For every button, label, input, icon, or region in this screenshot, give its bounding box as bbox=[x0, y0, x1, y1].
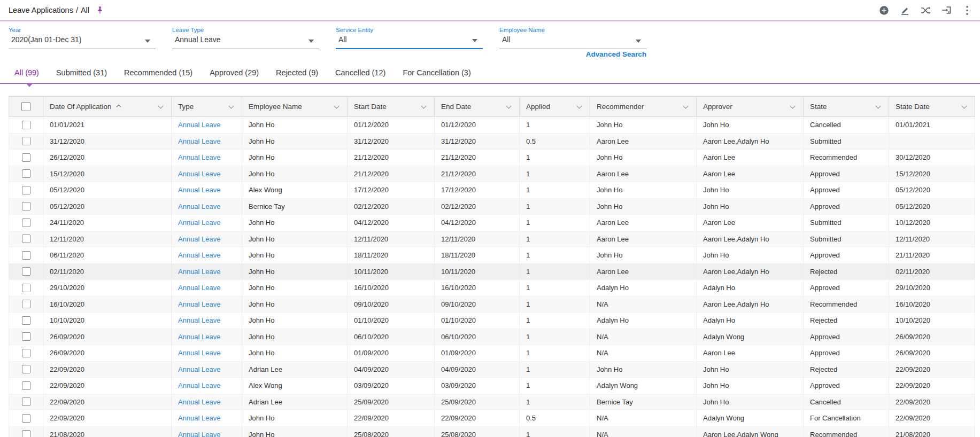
leave-type-link[interactable]: Annual Leave bbox=[178, 333, 221, 341]
tab-approved[interactable]: Approved (29) bbox=[210, 68, 259, 77]
table-row[interactable]: 29/10/2020 Annual Leave John Ho 16/10/20… bbox=[9, 280, 975, 296]
tab-for-cancellation[interactable]: For Cancellation (3) bbox=[403, 68, 470, 77]
leave-type-link[interactable]: Annual Leave bbox=[178, 153, 221, 161]
leave-type-link[interactable]: Annual Leave bbox=[178, 137, 221, 145]
row-checkbox[interactable] bbox=[22, 397, 30, 406]
chevron-down-icon[interactable] bbox=[683, 104, 689, 109]
table-row[interactable]: 22/09/2020 Annual Leave Adrian Lee 04/09… bbox=[9, 361, 975, 378]
row-checkbox[interactable] bbox=[22, 381, 30, 390]
table-row[interactable]: 16/10/2020 Annual Leave John Ho 09/10/20… bbox=[9, 296, 975, 313]
table-row[interactable]: 06/11/2020 Annual Leave John Ho 18/11/20… bbox=[9, 247, 975, 264]
row-checkbox[interactable] bbox=[22, 137, 30, 145]
row-checkbox[interactable] bbox=[22, 186, 30, 194]
table-row[interactable]: 31/12/2020 Annual Leave John Ho 31/12/20… bbox=[9, 133, 975, 150]
shuffle-icon[interactable] bbox=[920, 4, 931, 16]
column-header-employee-name[interactable]: Employee Name bbox=[242, 97, 348, 117]
chevron-down-icon[interactable] bbox=[334, 104, 339, 109]
row-checkbox[interactable] bbox=[22, 300, 30, 308]
chevron-down-icon[interactable] bbox=[962, 104, 967, 109]
leave-type-link[interactable]: Annual Leave bbox=[178, 251, 221, 259]
column-header-end-date[interactable]: End Date bbox=[435, 97, 520, 117]
filter-employee-name[interactable]: Employee Name All bbox=[499, 26, 646, 49]
tab-rejected[interactable]: Rejected (9) bbox=[276, 68, 318, 77]
chevron-down-icon[interactable] bbox=[421, 104, 427, 109]
leave-type-link[interactable]: Annual Leave bbox=[178, 121, 221, 129]
column-header-date-of-application[interactable]: Date Of Application bbox=[43, 97, 172, 117]
leave-type-link[interactable]: Annual Leave bbox=[178, 381, 221, 389]
filter-year[interactable]: Year 2020(Jan 01-Dec 31) bbox=[9, 26, 156, 49]
pin-icon[interactable] bbox=[96, 6, 104, 14]
filter-leave-type[interactable]: Leave Type Annual Leave bbox=[172, 26, 319, 49]
table-row[interactable]: 02/11/2020 Annual Leave John Ho 10/11/20… bbox=[9, 263, 975, 280]
table-row[interactable]: 15/12/2020 Annual Leave John Ho 21/12/20… bbox=[9, 166, 975, 182]
leave-type-link[interactable]: Annual Leave bbox=[178, 365, 221, 373]
tab-cancelled[interactable]: Cancelled (12) bbox=[335, 68, 385, 77]
table-row[interactable]: 05/12/2020 Annual Leave Alex Wong 17/12/… bbox=[9, 182, 975, 199]
chevron-down-icon[interactable] bbox=[876, 104, 881, 109]
chevron-down-icon[interactable] bbox=[308, 40, 314, 43]
column-header-recommender[interactable]: Recommender bbox=[590, 97, 697, 117]
leave-type-link[interactable]: Annual Leave bbox=[178, 268, 221, 276]
breadcrumb-root[interactable]: Leave Applications bbox=[9, 6, 73, 14]
row-checkbox[interactable] bbox=[22, 316, 30, 325]
table-row[interactable]: 22/09/2020 Annual Leave John Ho 22/09/20… bbox=[9, 410, 975, 427]
row-checkbox[interactable] bbox=[22, 349, 30, 357]
table-row[interactable]: 01/01/2021 Annual Leave John Ho 01/12/20… bbox=[9, 117, 975, 134]
row-checkbox[interactable] bbox=[22, 332, 30, 341]
chevron-down-icon[interactable] bbox=[506, 104, 512, 109]
row-checkbox[interactable] bbox=[22, 121, 30, 129]
leave-type-link[interactable]: Annual Leave bbox=[178, 414, 221, 422]
leave-type-link[interactable]: Annual Leave bbox=[178, 316, 221, 324]
chevron-down-icon[interactable] bbox=[577, 104, 582, 109]
tab-submitted[interactable]: Submitted (31) bbox=[56, 68, 107, 77]
row-checkbox[interactable] bbox=[22, 430, 30, 437]
row-checkbox[interactable] bbox=[22, 414, 30, 423]
row-checkbox[interactable] bbox=[22, 365, 30, 373]
leave-type-link[interactable]: Annual Leave bbox=[178, 431, 221, 437]
leave-type-link[interactable]: Annual Leave bbox=[178, 186, 221, 194]
table-row[interactable]: 12/11/2020 Annual Leave John Ho 12/11/20… bbox=[9, 231, 975, 247]
table-row[interactable]: 22/09/2020 Annual Leave Alex Wong 03/09/… bbox=[9, 378, 975, 394]
leave-type-link[interactable]: Annual Leave bbox=[178, 300, 221, 308]
chevron-down-icon[interactable] bbox=[158, 104, 164, 109]
column-header-approver[interactable]: Approver bbox=[697, 97, 804, 117]
row-checkbox[interactable] bbox=[22, 251, 30, 260]
table-row[interactable]: 10/10/2020 Annual Leave John Ho 01/10/20… bbox=[9, 313, 975, 329]
more-options-icon[interactable] bbox=[961, 4, 973, 16]
table-row[interactable]: 21/08/2020 Annual Leave John Ho 25/08/20… bbox=[9, 426, 975, 437]
chevron-down-icon[interactable] bbox=[790, 104, 796, 109]
column-header-state[interactable]: State bbox=[804, 97, 889, 117]
row-checkbox[interactable] bbox=[22, 202, 30, 210]
column-header-type[interactable]: Type bbox=[172, 97, 242, 117]
row-checkbox[interactable] bbox=[22, 153, 30, 162]
chevron-down-icon[interactable] bbox=[229, 104, 234, 109]
row-checkbox[interactable] bbox=[22, 235, 30, 243]
row-checkbox[interactable] bbox=[22, 267, 30, 276]
add-icon[interactable] bbox=[878, 4, 890, 16]
leave-type-link[interactable]: Annual Leave bbox=[178, 349, 221, 357]
column-header-applied[interactable]: Applied bbox=[520, 97, 590, 117]
edit-icon[interactable] bbox=[899, 4, 910, 16]
tab-recommended[interactable]: Recommended (15) bbox=[124, 68, 192, 77]
column-header-state-date[interactable]: State Date bbox=[889, 97, 975, 117]
row-checkbox[interactable] bbox=[22, 169, 30, 178]
filter-service-entity[interactable]: Service Entity All bbox=[336, 26, 483, 49]
leave-type-link[interactable]: Annual Leave bbox=[178, 219, 221, 227]
table-row[interactable]: 26/09/2020 Annual Leave John Ho 01/09/20… bbox=[9, 345, 975, 362]
row-checkbox[interactable] bbox=[22, 284, 30, 292]
export-to-excel-icon[interactable]: x bbox=[940, 4, 952, 16]
leave-type-link[interactable]: Annual Leave bbox=[178, 202, 221, 210]
tab-all[interactable]: All (99) bbox=[14, 68, 39, 77]
table-row[interactable]: 26/09/2020 Annual Leave John Ho 06/10/20… bbox=[9, 329, 975, 345]
table-row[interactable]: 22/09/2020 Annual Leave Adrian Lee 25/09… bbox=[9, 394, 975, 410]
leave-type-link[interactable]: Annual Leave bbox=[178, 398, 221, 406]
row-checkbox[interactable] bbox=[22, 219, 30, 227]
table-row[interactable]: 26/12/2020 Annual Leave John Ho 21/12/20… bbox=[9, 150, 975, 166]
chevron-down-icon[interactable] bbox=[636, 40, 641, 43]
leave-type-link[interactable]: Annual Leave bbox=[178, 170, 221, 178]
leave-type-link[interactable]: Annual Leave bbox=[178, 235, 221, 243]
chevron-down-icon[interactable] bbox=[145, 40, 150, 43]
select-all-checkbox[interactable] bbox=[21, 102, 30, 111]
table-row[interactable]: 05/12/2020 Annual Leave Bernice Tay 02/1… bbox=[9, 198, 975, 215]
advanced-search-link[interactable]: Advanced Search bbox=[499, 50, 646, 58]
